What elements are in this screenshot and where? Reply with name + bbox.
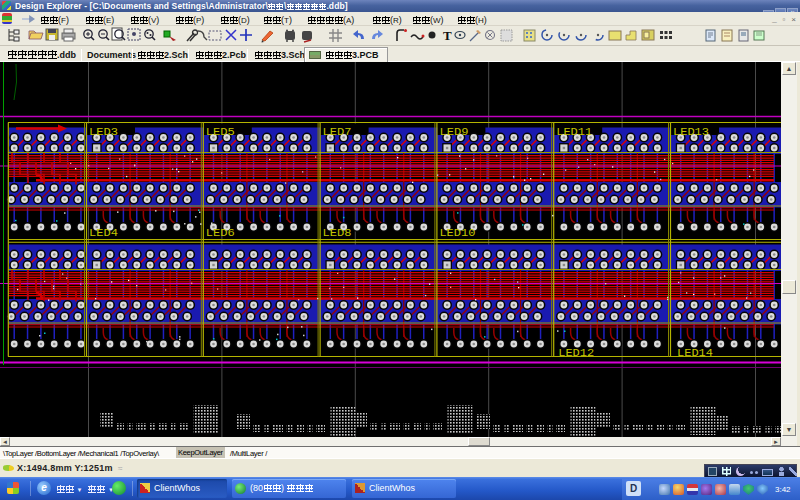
svg-text:LED3: LED3 xyxy=(89,126,118,138)
svg-text:LED14: LED14 xyxy=(677,347,713,359)
svg-text:LED4: LED4 xyxy=(89,227,118,239)
svg-text:LED5: LED5 xyxy=(206,126,235,138)
svg-text:LED12: LED12 xyxy=(558,347,594,359)
svg-text:LED8: LED8 xyxy=(323,227,352,239)
svg-text:LED10: LED10 xyxy=(439,227,475,239)
svg-text:LED7: LED7 xyxy=(323,126,352,138)
svg-text:LED11: LED11 xyxy=(556,126,592,138)
svg-text:LED9: LED9 xyxy=(439,126,468,138)
svg-text:T: T xyxy=(443,28,452,43)
svg-text:LED6: LED6 xyxy=(206,227,235,239)
svg-text:LED13: LED13 xyxy=(673,126,709,138)
